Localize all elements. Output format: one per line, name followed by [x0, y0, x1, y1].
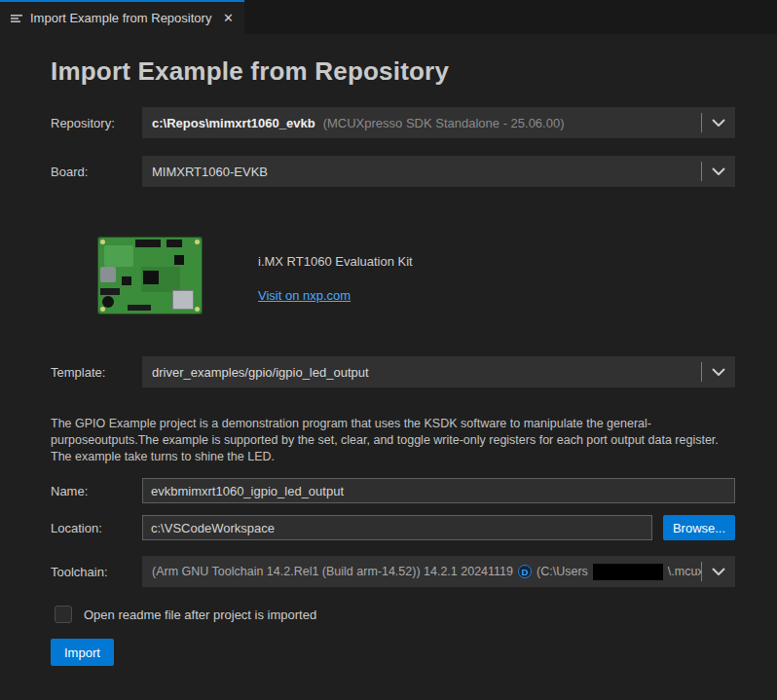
browse-button[interactable]: Browse... — [663, 515, 735, 540]
location-label: Location: — [51, 521, 142, 535]
repository-select[interactable]: c:\Repos\mimxrt1060_evkb (MCUXpresso SDK… — [142, 107, 735, 138]
tab-import-example[interactable]: Import Example from Repository ✕ — [0, 0, 244, 34]
nxp-link[interactable]: Visit on nxp.com — [258, 288, 351, 303]
board-kit-title: i.MX RT1060 Evaluation Kit — [258, 254, 413, 269]
readme-checkbox[interactable] — [55, 606, 72, 623]
name-input[interactable] — [142, 478, 735, 503]
toolchain-path-suffix: \.mcuxp — [668, 565, 701, 578]
board-label: Board: — [51, 165, 142, 179]
name-label: Name: — [51, 484, 142, 498]
import-example-page: Import Example from Repository Repositor… — [0, 56, 777, 666]
toolchain-select[interactable]: (Arm GNU Toolchain 14.2.Rel1 (Build arm-… — [142, 556, 735, 587]
board-value: MIMXRT1060-EVKB — [152, 165, 268, 179]
chevron-down-icon[interactable] — [702, 368, 735, 377]
toolchain-row: Toolchain: (Arm GNU Toolchain 14.2.Rel1 … — [51, 556, 735, 587]
toolchain-value: (Arm GNU Toolchain 14.2.Rel1 (Build arm-… — [152, 565, 513, 578]
tab-bar: Import Example from Repository ✕ — [0, 0, 777, 34]
repository-label: Repository: — [51, 116, 142, 130]
name-row: Name: — [51, 478, 735, 503]
template-label: Template: — [51, 365, 142, 380]
chevron-down-icon[interactable] — [702, 568, 735, 576]
board-row: Board: MIMXRT1060-EVKB — [51, 156, 735, 187]
repository-value: c:\Repos\mimxrt1060_evkb — [152, 116, 315, 130]
board-select[interactable]: MIMXRT1060-EVKB — [142, 156, 735, 187]
board-photo — [97, 237, 203, 314]
list-preview-icon — [10, 12, 23, 25]
template-select[interactable]: driver_examples/gpio/igpio_led_output — [142, 356, 735, 387]
chevron-down-icon[interactable] — [702, 167, 735, 176]
repository-detail: (MCUXpresso SDK Standalone - 25.06.00) — [323, 116, 565, 130]
template-row: Template: driver_examples/gpio/igpio_led… — [51, 356, 735, 387]
tab-title: Import Example from Repository — [30, 11, 211, 25]
redacted-user-path — [593, 564, 663, 580]
repository-row: Repository: c:\Repos\mimxrt1060_evkb (MC… — [51, 107, 735, 138]
location-row: Location: Browse... — [51, 515, 735, 540]
default-toolchain-badge-icon: D — [518, 565, 532, 578]
chevron-down-icon[interactable] — [702, 119, 735, 128]
page-title: Import Example from Repository — [51, 56, 735, 87]
location-input[interactable] — [142, 515, 652, 540]
template-description: The GPIO Example project is a demonstrat… — [51, 416, 735, 465]
readme-row: Open readme file after project is import… — [55, 606, 735, 623]
toolchain-path-prefix: (C:\Users — [536, 565, 588, 578]
template-value: driver_examples/gpio/igpio_led_output — [152, 365, 369, 380]
toolchain-label: Toolchain: — [51, 565, 142, 579]
close-icon[interactable]: ✕ — [218, 9, 238, 28]
board-info-section: i.MX RT1060 Evaluation Kit Visit on nxp.… — [97, 237, 735, 314]
import-button[interactable]: Import — [51, 639, 114, 666]
readme-checkbox-label: Open readme file after project is import… — [84, 608, 316, 622]
